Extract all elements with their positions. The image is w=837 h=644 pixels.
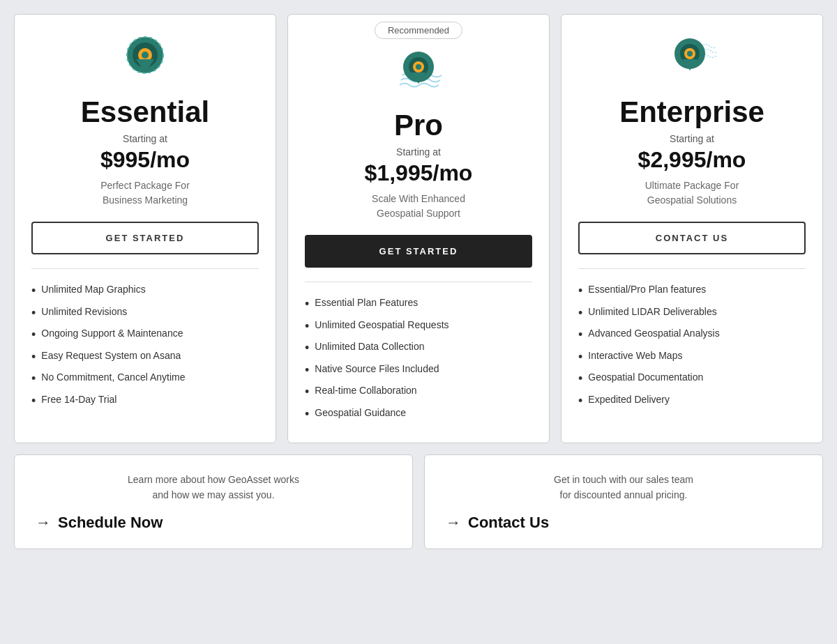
cta-essential[interactable]: GET STARTED (31, 222, 259, 254)
plan-icon-enterprise (668, 36, 716, 84)
starting-at-pro: Starting at (396, 146, 441, 158)
plan-icon-pro (394, 49, 443, 98)
pricing-grid: Essential Starting at $995/mo Perfect Pa… (14, 14, 823, 443)
svg-point-14 (687, 51, 693, 56)
feature-item: Essential Plan Features (305, 293, 532, 316)
schedule-label: Schedule Now (58, 514, 163, 532)
svg-point-3 (142, 52, 149, 59)
features-pro: Essential Plan Features Unlimited Geospa… (305, 293, 532, 426)
arrow-icon: → (446, 514, 461, 532)
feature-item: No Commitment, Cancel Anytime (31, 368, 259, 390)
bottom-grid: Learn more about how GeoAsset worksand h… (14, 454, 823, 550)
contact-link[interactable]: → Contact Us (446, 514, 549, 532)
plan-card-essential: Essential Starting at $995/mo Perfect Pa… (14, 14, 276, 443)
feature-item: Unlimited Map Graphics (31, 280, 259, 302)
schedule-link[interactable]: → Schedule Now (36, 514, 163, 532)
features-essential: Unlimited Map Graphics Unlimited Revisio… (31, 280, 259, 413)
plan-card-enterprise: Enterprise Starting at $2,995/mo Ultimat… (561, 14, 823, 443)
feature-item: Unlimited Geospatial Requests (305, 316, 532, 338)
divider-pro (305, 282, 532, 282)
recommended-badge: Recommended (375, 22, 462, 39)
feature-item: Interactive Web Maps (578, 346, 806, 369)
feature-item: Ongoing Support & Maintenance (31, 324, 259, 346)
divider-enterprise (578, 268, 806, 269)
contact-label: Contact Us (468, 514, 549, 532)
cta-enterprise[interactable]: CONTACT US (578, 222, 806, 254)
contact-text: Get in touch with our sales teamfor disc… (446, 472, 801, 503)
starting-at-essential: Starting at (123, 133, 167, 144)
arrow-icon: → (36, 514, 51, 532)
feature-item: Real-time Collaboration (305, 381, 532, 404)
schedule-text: Learn more about how GeoAsset worksand h… (36, 472, 391, 503)
price-essential: $995/mo (100, 147, 190, 173)
feature-item: Advanced Geospatial Analysis (578, 324, 806, 346)
feature-item: Unlimited Revisions (31, 302, 259, 325)
feature-item: Essential/Pro Plan features (578, 280, 806, 302)
feature-item: Easy Request System on Asana (31, 346, 259, 369)
plan-card-pro: Recommended Pro Starting at $1,995/mo Sc… (287, 14, 550, 443)
feature-item: Free 14-Day Trial (31, 390, 259, 413)
bottom-card-schedule: Learn more about how GeoAsset worksand h… (14, 454, 413, 550)
starting-at-enterprise: Starting at (670, 133, 714, 144)
svg-point-9 (416, 64, 421, 70)
feature-item: Geospatial Documentation (578, 368, 806, 390)
description-enterprise: Ultimate Package ForGeospatial Solutions (645, 178, 739, 208)
features-enterprise: Essential/Pro Plan features Unlimited LI… (578, 280, 806, 413)
feature-item: Expedited Delivery (578, 390, 806, 413)
cta-pro[interactable]: GET STARTED (305, 235, 532, 268)
plan-name-enterprise: Enterprise (619, 95, 764, 129)
feature-item: Unlimited Data Collection (305, 337, 532, 360)
bottom-card-contact: Get in touch with our sales teamfor disc… (424, 454, 823, 550)
feature-item: Geospatial Guidance (305, 404, 532, 426)
feature-item: Native Source Files Included (305, 360, 532, 382)
plan-name-essential: Essential (81, 95, 209, 129)
plan-name-pro: Pro (394, 109, 443, 142)
plan-icon-essential (121, 36, 169, 84)
feature-item: Unlimited LIDAR Deliverables (578, 302, 806, 325)
description-essential: Perfect Package ForBusiness Marketing (100, 178, 190, 208)
price-enterprise: $2,995/mo (638, 147, 746, 173)
divider-essential (31, 268, 259, 269)
price-pro: $1,995/mo (365, 160, 473, 186)
description-pro: Scale With EnhancedGeospatial Support (372, 192, 465, 221)
